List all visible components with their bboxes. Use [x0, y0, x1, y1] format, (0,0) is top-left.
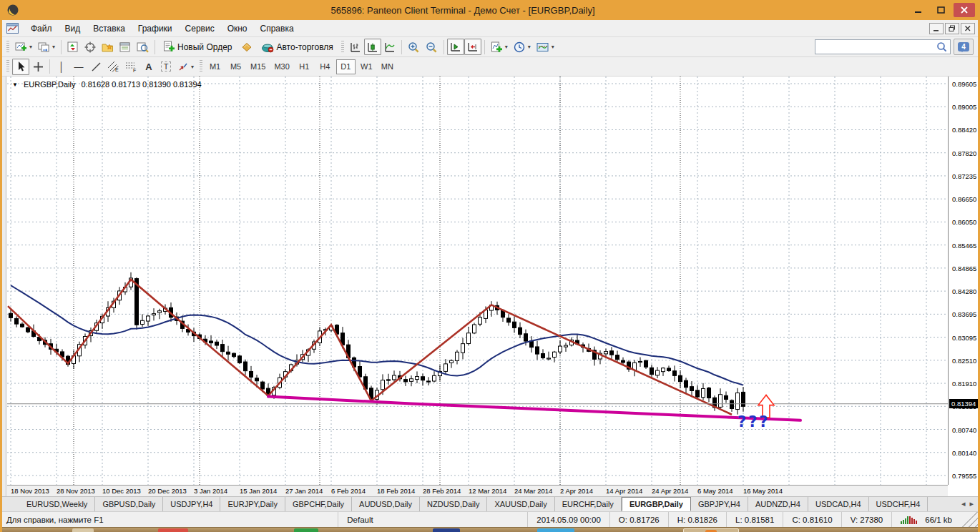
timeframe-H4[interactable]: H4: [315, 59, 335, 74]
timeframe-M5[interactable]: M5: [226, 59, 245, 74]
tab-scroll-right-icon[interactable]: ▸: [969, 499, 974, 508]
clock-icon: [514, 41, 526, 53]
chart-tab-USDJPY,H4[interactable]: USDJPY,H4: [163, 497, 220, 511]
strategy-tester-button[interactable]: [134, 39, 152, 55]
zoom-out-button[interactable]: [423, 39, 441, 55]
timeframe-M30[interactable]: M30: [270, 59, 293, 74]
mql-community-button[interactable]: [237, 39, 256, 55]
autotrade-button[interactable]: Авто-торговля: [256, 39, 338, 55]
chart-tab-EURCHF,Daily[interactable]: EURCHF,Daily: [555, 497, 622, 511]
search-input[interactable]: [818, 42, 936, 52]
menu-Вид[interactable]: Вид: [59, 21, 87, 36]
menu-Сервис[interactable]: Сервис: [179, 21, 221, 36]
search-icon[interactable]: [936, 41, 947, 52]
price-scale[interactable]: 0.896050.890050.884200.878200.872350.866…: [948, 77, 978, 485]
os-taskbar[interactable]: [2, 527, 978, 532]
resize-grip[interactable]: [961, 512, 978, 527]
maximize-button[interactable]: [931, 3, 952, 17]
taskbar-app-icon[interactable]: [537, 528, 574, 532]
menu-Справка[interactable]: Справка: [254, 21, 300, 36]
chart-tab-EURGBP,Daily[interactable]: EURGBP,Daily: [622, 497, 691, 511]
chart-tab-GBPUSD,Daily[interactable]: GBPUSD,Daily: [95, 497, 163, 511]
chart-tab-NZDUSD,Daily[interactable]: NZDUSD,Daily: [420, 497, 487, 511]
notifications-button[interactable]: 4: [954, 39, 974, 55]
horizontal-line-tool-button[interactable]: —: [70, 59, 87, 75]
fibonacci-icon: F: [125, 61, 137, 72]
chart-area[interactable]: ??? ▼ EURGBP,Daily 0.81628 0.81713 0.813…: [2, 77, 978, 496]
menu-Окно[interactable]: Окно: [221, 21, 254, 36]
timeframe-MN[interactable]: MN: [378, 59, 397, 74]
vertical-line-tool-button[interactable]: │: [53, 59, 70, 75]
chart-tab-AUDNZD,H4[interactable]: AUDNZD,H4: [748, 497, 808, 511]
terminal-button[interactable]: [117, 39, 134, 55]
channel-tool-button[interactable]: E: [104, 59, 122, 75]
new-order-button[interactable]: Новый Ордер: [158, 39, 237, 55]
line-chart-button[interactable]: [381, 39, 398, 55]
zoom-in-button[interactable]: [405, 39, 423, 55]
toolbar-grip[interactable]: [200, 60, 202, 73]
close-button[interactable]: [954, 3, 975, 17]
text-label-tool-button[interactable]: T: [157, 59, 175, 75]
timeframe-W1[interactable]: W1: [357, 59, 376, 74]
tab-scroll-left-icon[interactable]: ◂: [961, 499, 966, 508]
status-high: H: 0.81826: [668, 512, 726, 527]
timeframe-D1[interactable]: D1: [336, 59, 356, 74]
menu-Вставка[interactable]: Вставка: [87, 21, 132, 36]
collapse-triangle-icon[interactable]: ▼: [12, 82, 18, 88]
tab-scroll-arrows[interactable]: ◂▸: [961, 499, 974, 508]
date-tick: 14 Apr 2014: [606, 487, 642, 495]
search-box: [815, 39, 951, 54]
fibonacci-tool-button[interactable]: F: [122, 59, 140, 75]
navigator-button[interactable]: [99, 39, 117, 55]
templates-button[interactable]: ▾: [534, 39, 557, 55]
candlestick-chart-button[interactable]: [364, 39, 381, 55]
chart-tab-GBPCHF,Daily[interactable]: GBPCHF,Daily: [285, 497, 352, 511]
auto-scroll-button[interactable]: [447, 39, 464, 55]
taskbar-app-icon[interactable]: [683, 528, 739, 532]
timeframe-H1[interactable]: H1: [295, 59, 314, 74]
text-tool-button[interactable]: A: [140, 59, 157, 75]
cursor-tool-button[interactable]: [12, 59, 29, 75]
chart-tab-USDCAD,H4[interactable]: USDCAD,H4: [808, 497, 869, 511]
menu-Графики[interactable]: Графики: [132, 21, 179, 36]
taskbar-app-icon[interactable]: [158, 528, 188, 532]
toolbar-grip[interactable]: [6, 60, 9, 73]
data-window-button[interactable]: [82, 39, 99, 55]
chart-tab-USDCHF,H4[interactable]: USDCHF,H4: [869, 497, 928, 511]
trendline-tool-button[interactable]: [87, 59, 104, 75]
profiles-button[interactable]: ▾: [35, 39, 58, 55]
time-scale[interactable]: 18 Nov 201328 Nov 201310 Dec 201320 Dec …: [7, 485, 948, 496]
toolbar-grip[interactable]: [6, 41, 9, 54]
taskbar-app-icon[interactable]: [294, 528, 318, 532]
zoom-in-icon: [408, 41, 420, 53]
chart-tab-GBPJPY,H4[interactable]: GBPJPY,H4: [691, 497, 748, 511]
status-profile[interactable]: Default: [338, 512, 527, 527]
mdi-restore-button[interactable]: [945, 23, 959, 34]
gold-badge-icon: [240, 41, 253, 53]
menu-bar: ФайлВидВставкаГрафикиСервисОкноСправка: [2, 20, 978, 37]
taskbar-app-icon[interactable]: [72, 528, 94, 532]
chart-shift-button[interactable]: [464, 39, 481, 55]
timeframe-M15[interactable]: M15: [247, 59, 269, 74]
chart-tab-EURUSD,Weekly[interactable]: EURUSD,Weekly: [19, 497, 95, 511]
chart-tab-AUDUSD,Daily[interactable]: AUDUSD,Daily: [352, 497, 420, 511]
crosshair-tool-button[interactable]: [29, 59, 46, 75]
price-chart[interactable]: ???: [7, 77, 948, 485]
indicators-button[interactable]: ▾: [488, 39, 511, 55]
taskbar-app-icon[interactable]: [433, 528, 460, 532]
equidistant-channel-icon: E: [107, 61, 119, 72]
timeframe-M1[interactable]: M1: [205, 59, 225, 74]
new-chart-button[interactable]: ▾: [12, 39, 35, 55]
market-watch-button[interactable]: [64, 39, 82, 55]
bar-chart-button[interactable]: [347, 39, 364, 55]
mdi-close-button[interactable]: [961, 23, 975, 34]
minimize-button[interactable]: [908, 3, 929, 17]
toolbar-grip[interactable]: [341, 41, 344, 54]
arrows-tool-button[interactable]: ▾: [175, 59, 197, 75]
search-area: 4: [815, 39, 974, 55]
menu-Файл[interactable]: Файл: [24, 21, 59, 36]
chart-tab-XAUUSD,Daily[interactable]: XAUUSD,Daily: [487, 497, 554, 511]
periods-button[interactable]: ▾: [511, 39, 534, 55]
chart-tab-EURJPY,Daily[interactable]: EURJPY,Daily: [220, 497, 285, 511]
mdi-minimize-button[interactable]: [929, 23, 944, 34]
